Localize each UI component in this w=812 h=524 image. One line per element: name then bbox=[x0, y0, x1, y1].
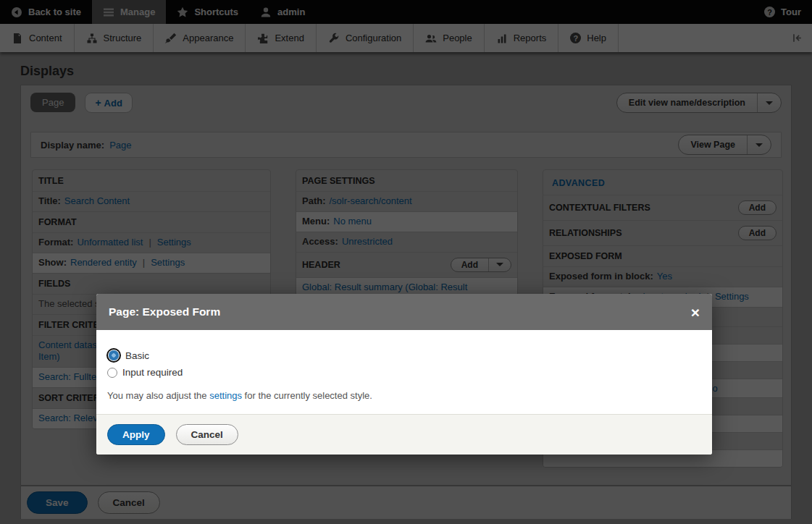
note-suffix: for the currently selected style. bbox=[242, 390, 372, 401]
exposed-form-dialog: Page: Exposed Form × Basic Input require… bbox=[96, 294, 712, 455]
settings-link[interactable]: settings bbox=[209, 390, 242, 401]
apply-button[interactable]: Apply bbox=[107, 424, 165, 445]
dialog-title: Page: Exposed Form bbox=[109, 305, 220, 318]
dialog-footer: Apply Cancel bbox=[96, 414, 712, 455]
dialog-header[interactable]: Page: Exposed Form × bbox=[96, 294, 712, 330]
dialog-note: You may also adjust the settings for the… bbox=[107, 390, 701, 401]
dialog-body: Basic Input required You may also adjust… bbox=[96, 330, 712, 414]
radio-input-required-label: Input required bbox=[122, 367, 183, 378]
radio-option-basic[interactable]: Basic bbox=[107, 349, 701, 362]
close-icon[interactable]: × bbox=[691, 305, 700, 320]
radio-basic-label: Basic bbox=[125, 350, 149, 361]
dialog-cancel-button[interactable]: Cancel bbox=[176, 424, 238, 445]
radio-option-input-required[interactable]: Input required bbox=[107, 367, 701, 378]
note-prefix: You may also adjust the bbox=[107, 390, 209, 401]
radio-checked-icon[interactable] bbox=[109, 350, 119, 360]
radio-unchecked-icon[interactable] bbox=[107, 368, 117, 378]
